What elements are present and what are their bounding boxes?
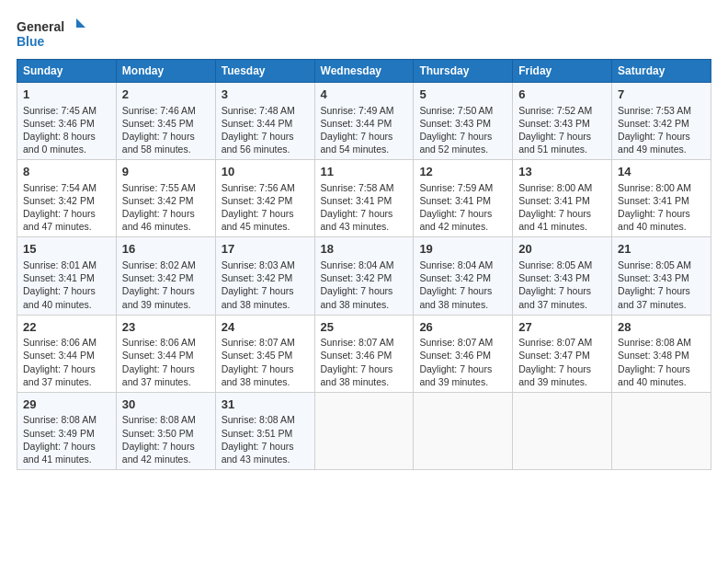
week-row-2: 8Sunrise: 7:54 AMSunset: 3:42 PMDaylight… [17,160,711,237]
day-info: Sunrise: 7:49 AM [321,104,408,117]
day-cell: 13Sunrise: 8:00 AMSunset: 3:41 PMDayligh… [513,160,612,237]
day-number: 11 [321,164,408,180]
day-info: and 38 minutes. [222,375,309,388]
day-info: Daylight: 8 hours [23,130,110,143]
week-row-1: 1Sunrise: 7:45 AMSunset: 3:46 PMDaylight… [17,83,711,160]
day-info: and 39 minutes. [419,375,506,388]
day-info: Daylight: 7 hours [222,284,309,297]
col-header-saturday: Saturday [612,60,711,83]
day-cell: 16Sunrise: 8:02 AMSunset: 3:42 PMDayligh… [116,237,215,315]
day-number: 14 [618,164,705,180]
day-info: Daylight: 7 hours [419,362,506,375]
day-info: and 51 minutes. [518,143,606,155]
day-number: 10 [222,164,309,180]
day-info: and 41 minutes. [23,453,110,465]
day-info: Daylight: 7 hours [518,284,606,297]
day-info: Daylight: 7 hours [122,207,210,220]
day-info: Daylight: 7 hours [222,440,309,453]
day-info: and 37 minutes. [23,375,110,388]
day-info: Daylight: 7 hours [222,207,309,220]
day-number: 12 [419,164,506,180]
day-info: Sunset: 3:41 PM [618,194,705,207]
day-cell: 29Sunrise: 8:08 AMSunset: 3:49 PMDayligh… [17,392,117,469]
day-info: Daylight: 7 hours [222,362,309,375]
day-info: Sunrise: 7:52 AM [518,104,606,117]
day-info: Daylight: 7 hours [122,284,210,297]
day-number: 1 [23,86,110,103]
day-number: 9 [122,164,210,180]
col-header-thursday: Thursday [414,60,513,83]
day-info: Sunrise: 8:00 AM [618,181,705,194]
week-row-3: 15Sunrise: 8:01 AMSunset: 3:41 PMDayligh… [17,237,711,315]
svg-text:General: General [17,19,64,34]
day-number: 19 [419,241,506,258]
day-info: Sunrise: 7:58 AM [321,181,408,194]
day-info: and 43 minutes. [222,453,309,465]
day-info: and 39 minutes. [518,375,606,388]
day-info: Sunrise: 7:55 AM [122,181,210,194]
day-number: 2 [122,86,210,103]
day-info: Sunset: 3:43 PM [618,271,705,284]
day-number: 13 [518,164,606,180]
day-cell: 2Sunrise: 7:46 AMSunset: 3:45 PMDaylight… [116,83,215,160]
day-info: Daylight: 7 hours [419,284,506,297]
day-number: 29 [23,396,110,413]
page: General Blue SundayMondayTuesdayWednesda… [0,0,728,563]
day-info: and 38 minutes. [419,298,506,311]
day-info: Daylight: 7 hours [321,284,408,297]
day-info: and 40 minutes. [618,375,705,388]
day-info: Daylight: 7 hours [321,130,408,143]
day-number: 4 [321,86,408,103]
day-info: Sunset: 3:46 PM [23,117,110,130]
day-info: Sunrise: 7:45 AM [23,104,110,117]
day-number: 20 [518,241,606,258]
day-info: Sunrise: 8:08 AM [618,336,705,349]
day-info: Daylight: 7 hours [122,440,210,453]
day-cell: 27Sunrise: 8:07 AMSunset: 3:47 PMDayligh… [513,315,612,392]
day-info: and 40 minutes. [23,298,110,311]
day-info: Daylight: 7 hours [321,362,408,375]
day-info: Sunset: 3:41 PM [321,194,408,207]
day-info: and 40 minutes. [618,220,705,233]
day-cell: 30Sunrise: 8:08 AMSunset: 3:50 PMDayligh… [116,392,215,469]
day-info: and 52 minutes. [419,143,506,155]
day-info: Sunrise: 8:02 AM [122,259,210,271]
day-info: Sunset: 3:43 PM [518,271,606,284]
day-cell: 21Sunrise: 8:05 AMSunset: 3:43 PMDayligh… [612,237,711,315]
day-cell: 8Sunrise: 7:54 AMSunset: 3:42 PMDaylight… [17,160,117,237]
day-info: and 41 minutes. [518,220,606,233]
day-cell [612,392,711,469]
day-cell: 7Sunrise: 7:53 AMSunset: 3:42 PMDaylight… [612,83,711,160]
day-info: and 42 minutes. [419,220,506,233]
day-info: Daylight: 7 hours [618,284,705,297]
day-info: Sunset: 3:49 PM [23,427,110,440]
day-cell: 12Sunrise: 7:59 AMSunset: 3:41 PMDayligh… [414,160,513,237]
day-info: and 56 minutes. [222,143,309,155]
day-number: 22 [23,319,110,336]
day-info: and 45 minutes. [222,220,309,233]
day-info: Sunrise: 7:56 AM [222,181,309,194]
day-info: Sunset: 3:42 PM [419,271,506,284]
day-info: Sunrise: 7:54 AM [23,181,110,194]
day-number: 27 [518,319,606,336]
day-info: and 42 minutes. [122,453,210,465]
day-info: Sunrise: 8:07 AM [321,336,408,349]
day-cell: 19Sunrise: 8:04 AMSunset: 3:42 PMDayligh… [414,237,513,315]
day-info: Daylight: 7 hours [618,362,705,375]
day-number: 30 [122,396,210,413]
day-number: 5 [419,86,506,103]
day-info: Sunrise: 8:08 AM [222,413,309,426]
day-number: 16 [122,241,210,258]
day-info: Sunset: 3:41 PM [419,194,506,207]
day-info: Daylight: 7 hours [23,362,110,375]
day-cell: 5Sunrise: 7:50 AMSunset: 3:43 PMDaylight… [414,83,513,160]
day-info: and 43 minutes. [321,220,408,233]
week-row-4: 22Sunrise: 8:06 AMSunset: 3:44 PMDayligh… [17,315,711,392]
day-cell: 18Sunrise: 8:04 AMSunset: 3:42 PMDayligh… [314,237,414,315]
day-cell: 10Sunrise: 7:56 AMSunset: 3:42 PMDayligh… [215,160,314,237]
day-number: 28 [618,319,705,336]
day-info: Sunrise: 8:01 AM [23,259,110,271]
day-number: 18 [321,241,408,258]
day-info: Sunset: 3:44 PM [23,349,110,362]
day-cell: 20Sunrise: 8:05 AMSunset: 3:43 PMDayligh… [513,237,612,315]
